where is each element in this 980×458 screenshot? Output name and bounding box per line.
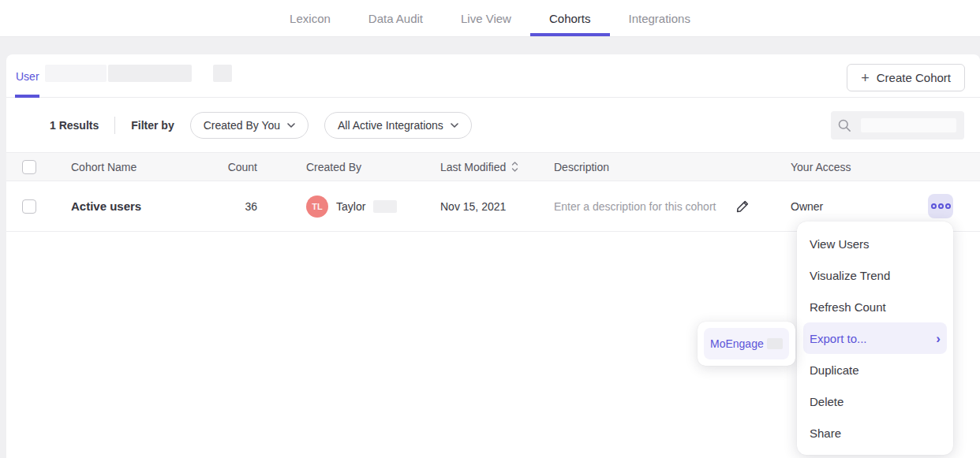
avatar: TL: [306, 195, 328, 218]
edit-pencil-icon[interactable]: [735, 199, 750, 214]
filter-bar: 1 Results Filter by Created By You All A…: [6, 98, 980, 152]
row-checkbox[interactable]: [22, 199, 36, 214]
redacted-submenu-text: [767, 338, 783, 349]
header-created-by: Created By: [257, 161, 440, 173]
redacted-tab-1: [45, 65, 107, 82]
results-count: 1 Results: [50, 119, 99, 132]
chevron-right-icon: ›: [936, 332, 941, 345]
created-by-name: Taylor: [336, 200, 365, 213]
created-by-dropdown[interactable]: Created By You: [190, 112, 309, 139]
tab-data-audit[interactable]: Data Audit: [350, 0, 442, 36]
cohort-name-link[interactable]: Active users: [65, 199, 221, 213]
header-your-access: Your Access: [791, 161, 928, 173]
active-integrations-dropdown-value: All Active Integrations: [338, 119, 443, 132]
chevron-down-icon: [287, 123, 295, 128]
redacted-last-name: [373, 200, 397, 213]
menu-item-delete[interactable]: Delete: [797, 385, 953, 417]
create-cohort-label: Create Cohort: [877, 71, 951, 84]
menu-item-share[interactable]: Share: [797, 417, 953, 449]
header-count: Count: [221, 161, 257, 173]
tab-integrations[interactable]: Integrations: [610, 0, 709, 36]
chevron-down-icon: [451, 123, 458, 128]
your-access-value: Owner: [791, 200, 928, 213]
tab-cohorts[interactable]: Cohorts: [530, 0, 610, 36]
filter-by-label: Filter by: [131, 119, 174, 132]
redacted-tab-3: [213, 65, 232, 82]
header-last-modified-label: Last Modified: [440, 161, 506, 173]
created-by-dropdown-value: Created By You: [204, 119, 280, 132]
panel-header: User + Create Cohort: [6, 54, 980, 98]
divider: [114, 117, 115, 134]
header-last-modified[interactable]: Last Modified: [440, 161, 554, 173]
active-integrations-dropdown[interactable]: All Active Integrations: [324, 112, 472, 139]
redacted-tab-2: [108, 65, 192, 82]
row-actions-menu: View Users Visualize Trend Refresh Count…: [797, 222, 953, 455]
menu-item-export-to[interactable]: Export to... ›: [803, 322, 947, 354]
search-input[interactable]: [831, 111, 964, 140]
menu-item-refresh-count[interactable]: Refresh Count: [797, 291, 953, 322]
menu-item-duplicate[interactable]: Duplicate: [797, 354, 953, 385]
dot-icon: [931, 203, 937, 209]
menu-item-view-users[interactable]: View Users: [797, 228, 953, 259]
tab-user[interactable]: User: [16, 70, 39, 83]
submenu-item-moengage[interactable]: MoEngage: [704, 328, 789, 359]
export-submenu: MoEngage: [698, 322, 795, 366]
dot-icon: [938, 203, 944, 209]
plus-icon: +: [861, 71, 870, 85]
header-description: Description: [554, 161, 791, 173]
create-cohort-button[interactable]: + Create Cohort: [847, 64, 965, 91]
top-navigation: Lexicon Data Audit Live View Cohorts Int…: [0, 0, 980, 37]
cohort-count: 36: [221, 200, 257, 213]
description-placeholder[interactable]: Enter a description for this cohort: [554, 200, 716, 213]
dot-icon: [945, 203, 951, 209]
menu-item-export-to-label: Export to...: [810, 332, 867, 345]
search-icon: [837, 118, 852, 133]
last-modified-date: Nov 15, 2021: [440, 200, 554, 213]
table-header-row: Cohort Name Count Created By Last Modifi…: [6, 152, 980, 181]
header-cohort-name: Cohort Name: [65, 161, 221, 173]
submenu-item-moengage-label: MoEngage: [710, 337, 764, 350]
menu-item-visualize-trend[interactable]: Visualize Trend: [797, 259, 953, 291]
redacted-search-text: [861, 118, 956, 132]
row-actions-button[interactable]: [928, 194, 953, 218]
tab-live-view[interactable]: Live View: [442, 0, 530, 36]
sort-icon: [511, 162, 518, 172]
select-all-checkbox[interactable]: [22, 160, 36, 174]
tab-lexicon[interactable]: Lexicon: [271, 0, 350, 36]
